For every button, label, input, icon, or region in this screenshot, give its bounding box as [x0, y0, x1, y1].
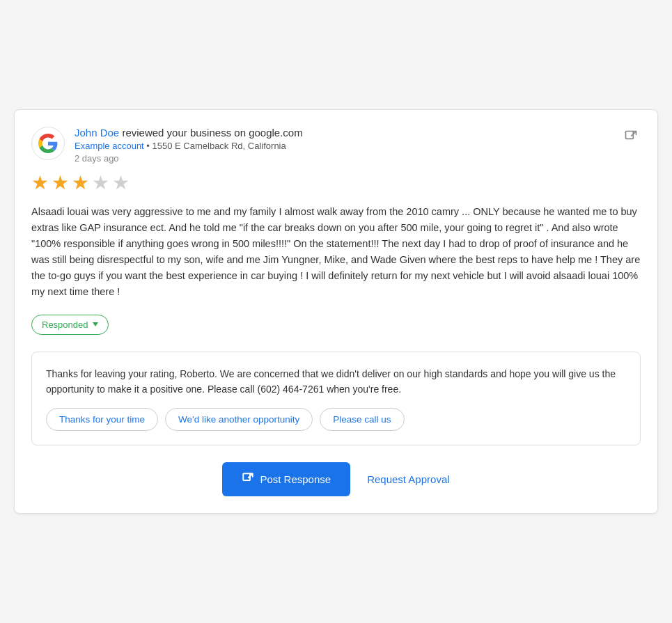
reviewer-name: John Doe [75, 127, 119, 139]
suggestion-buttons: Thanks for your time We'd like another o… [46, 408, 626, 431]
review-date: 2 days ago [75, 153, 303, 164]
header-left: John Doe reviewed your business on googl… [31, 127, 303, 164]
account-name[interactable]: Example account [75, 141, 144, 151]
suggestion-opportunity[interactable]: We'd like another opportunity [165, 408, 313, 431]
responded-label: Responded [42, 320, 88, 330]
account-address: 1550 E Camelback Rd, California [153, 141, 286, 151]
google-logo [31, 127, 65, 160]
star-2: ★ [52, 173, 69, 193]
account-separator: • [146, 141, 152, 151]
star-rating: ★ ★ ★ ★ ★ [31, 173, 641, 193]
review-text: Alsaadi louai was very aggressive to me … [31, 204, 641, 301]
response-text: Thanks for leaving your rating, Roberto.… [46, 366, 626, 397]
chevron-down-icon [93, 322, 98, 326]
external-link-icon[interactable] [621, 127, 641, 149]
header-text: John Doe reviewed your business on googl… [75, 127, 303, 164]
response-box: Thanks for leaving your rating, Roberto.… [31, 352, 641, 446]
star-1: ★ [31, 173, 49, 193]
action-row: Post Response Request Approval [31, 462, 641, 496]
star-5: ★ [112, 173, 130, 193]
review-subtitle: reviewed your business on google.com [122, 127, 302, 139]
responded-badge[interactable]: Responded [31, 315, 109, 335]
request-approval-button[interactable]: Request Approval [367, 473, 449, 485]
star-4: ★ [92, 173, 109, 193]
post-response-icon [242, 472, 254, 487]
post-response-button[interactable]: Post Response [222, 462, 350, 496]
suggestion-call[interactable]: Please call us [320, 408, 404, 431]
star-3: ★ [72, 173, 89, 193]
review-title: John Doe reviewed your business on googl… [75, 127, 303, 139]
header-row: John Doe reviewed your business on googl… [31, 127, 641, 164]
review-card: John Doe reviewed your business on googl… [14, 109, 658, 514]
account-line: Example account • 1550 E Camelback Rd, C… [75, 141, 303, 151]
post-response-label: Post Response [260, 473, 331, 485]
suggestion-thanks[interactable]: Thanks for your time [46, 408, 158, 431]
